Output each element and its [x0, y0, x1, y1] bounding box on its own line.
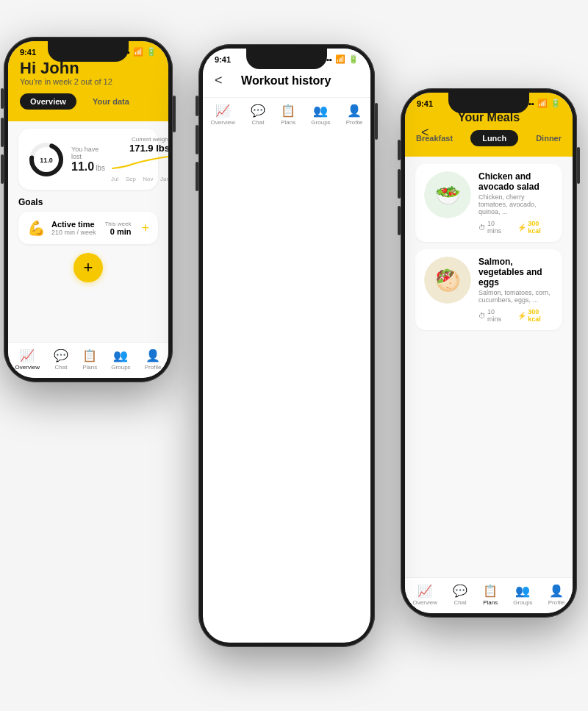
nav-profile[interactable]: 👤 Profile	[145, 349, 162, 371]
tab-breakfast[interactable]: Breakfast	[405, 130, 465, 146]
nav-overview[interactable]: 📈 Overview	[15, 349, 40, 371]
clock-icon-1: ⏱	[478, 312, 486, 320]
chart-labels: Jul Sep Nov Jan	[111, 176, 168, 182]
p3-title: Your Meals	[417, 111, 561, 130]
goal-week-label: This week	[104, 221, 131, 227]
tab-lunch[interactable]: Lunch	[470, 130, 518, 146]
p3-nav-groups-label: Groups	[513, 599, 532, 606]
p2-nav-groups[interactable]: 👥 Groups	[311, 104, 330, 126]
phone2-shell: 9:41 ▪▪▪ 📶 🔋 < Workout history THIS WEEK	[198, 44, 375, 647]
tab-overview[interactable]: Overview	[20, 93, 76, 110]
meal-name-1: Salmon, vegetables and eggs	[478, 257, 553, 287]
p3-nav-overview[interactable]: 📈 Overview	[413, 584, 437, 606]
p2-nav-overview-label: Overview	[211, 119, 235, 126]
meal-kcal-0: ⚡ 300 kcal	[517, 220, 553, 235]
p2-nav-profile-icon: 👤	[347, 104, 362, 118]
nav-plans-icon: 📋	[82, 349, 97, 362]
p3-nav-profile-icon: 👤	[549, 584, 564, 598]
weight-mini-chart	[111, 154, 168, 171]
nav-profile-icon: 👤	[146, 349, 160, 362]
p3-nav-chat[interactable]: 💬 Chat	[453, 584, 467, 606]
p2-nav-profile-label: Profile	[346, 119, 363, 126]
lost-label: You have lost	[71, 146, 105, 160]
nav-chat[interactable]: 💬 Chat	[54, 349, 68, 371]
meal-card-0[interactable]: 🥗 Chicken and avocado salad Chicken, che…	[415, 164, 562, 242]
phone2-screen: 9:41 ▪▪▪ 📶 🔋 < Workout history THIS WEEK	[203, 49, 370, 643]
meal-info-0: Chicken and avocado salad Chicken, cherr…	[478, 171, 553, 235]
phone3-status-icons: ▪▪▪ 📶 🔋	[526, 99, 561, 108]
meal-time-1: ⏱ 10 mins	[478, 308, 510, 323]
phone1-subtitle: You're in week 2 out of 12	[20, 77, 157, 86]
phone2-wifi-icon: 📶	[335, 54, 345, 64]
p3-nav-groups[interactable]: 👥 Groups	[513, 584, 532, 606]
phone3-battery-icon: 🔋	[551, 99, 561, 108]
p3-nav-chat-icon: 💬	[453, 584, 467, 598]
p3-nav-overview-icon: 📈	[417, 584, 432, 598]
phone1-tabs: Overview Your data	[20, 93, 157, 110]
phone1-greeting: Hi John	[20, 60, 157, 77]
meal-emoji-1: 🥙	[424, 257, 471, 304]
power-button	[173, 96, 176, 132]
meal-image-0: 🥗	[424, 171, 471, 218]
p2-nav-plans[interactable]: 📋 Plans	[281, 104, 295, 126]
phone2-header: < Workout history	[203, 67, 370, 97]
meal-meta-0: ⏱ 10 mins ⚡ 300 kcal	[478, 220, 553, 235]
wifi-icon: 📶	[133, 47, 143, 57]
phone3-screen: 9:41 ▪▪▪ 📶 🔋 < Your Meals Breakfast Lunc…	[405, 93, 573, 613]
p3-nav-plans[interactable]: 📋 Plans	[483, 584, 498, 606]
meal-card-1[interactable]: 🥙 Salmon, vegetables and eggs Salmon, to…	[415, 249, 562, 330]
phone2-time: 9:41	[215, 55, 231, 64]
p3-nav-plans-icon: 📋	[483, 584, 498, 598]
phone1-notch	[48, 41, 129, 62]
p3-nav-plans-label: Plans	[483, 599, 498, 606]
p3-nav-profile-label: Profile	[548, 599, 565, 606]
fab-button[interactable]: +	[74, 253, 103, 282]
p2-nav-groups-icon: 👥	[313, 104, 328, 118]
nav-groups-icon: 👥	[113, 349, 128, 362]
clock-icon-0: ⏱	[478, 224, 486, 232]
p3-nav-groups-icon: 👥	[515, 584, 530, 598]
p2-nav-plans-icon: 📋	[281, 104, 295, 118]
goals-label: Goals	[18, 197, 158, 207]
tab-dinner[interactable]: Dinner	[524, 130, 573, 146]
p3-back-button[interactable]: <	[421, 125, 429, 140]
phone2-volume-up-button	[196, 125, 198, 154]
current-weight-label: Current weight	[111, 136, 168, 143]
add-goal-icon[interactable]: +	[141, 221, 149, 236]
phone1-header: Hi John You're in week 2 out of 12 Overv…	[8, 60, 168, 121]
lost-unit: lbs	[96, 164, 105, 172]
phone2-status-icons: ▪▪▪ 📶 🔋	[323, 54, 359, 64]
phone2-battery-icon: 🔋	[348, 54, 359, 64]
p2-nav-overview-icon: 📈	[215, 104, 230, 118]
goal-emoji: 💪	[27, 219, 46, 237]
volume-up-button	[1, 118, 4, 147]
p2-nav-plans-label: Plans	[281, 119, 295, 126]
meal-image-1: 🥙	[424, 257, 471, 304]
phone2-power-button	[375, 103, 378, 140]
phone1-screen: 9:41 ▪▪▪ 📶 🔋 Hi John You're in week 2 ou…	[8, 41, 168, 378]
phone1-body: 11.0 You have lost 11.0 lbs Current weig…	[8, 121, 168, 342]
svg-text:11.0: 11.0	[40, 157, 53, 164]
phone3-nav: 📈 Overview 💬 Chat 📋 Plans 👥 Groups 👤	[405, 577, 573, 613]
p2-nav-chat[interactable]: 💬 Chat	[251, 104, 265, 126]
tab-your-data[interactable]: Your data	[82, 93, 140, 110]
p2-nav-profile[interactable]: 👤 Profile	[346, 104, 363, 126]
phone3-wifi-icon: 📶	[537, 99, 548, 108]
phone3-shell: 9:41 ▪▪▪ 📶 🔋 < Your Meals Breakfast Lunc…	[401, 88, 577, 618]
nav-plans[interactable]: 📋 Plans	[82, 349, 97, 371]
phone2-volume-down-button	[196, 162, 198, 191]
goal-card: 💪 Active time 210 min / week This week 0…	[18, 212, 158, 244]
nav-profile-label: Profile	[145, 364, 162, 371]
goal-info: Active time 210 min / week	[51, 220, 98, 236]
back-button[interactable]: <	[215, 73, 223, 88]
p3-nav-profile[interactable]: 👤 Profile	[548, 584, 565, 606]
meal-kcal-1: ⚡ 300 kcal	[517, 308, 553, 323]
nav-groups-label: Groups	[111, 364, 130, 371]
p2-nav-overview[interactable]: 📈 Overview	[211, 104, 235, 126]
p3-nav-chat-label: Chat	[454, 599, 467, 606]
phone3-header: < Your Meals Breakfast Lunch Dinner	[405, 111, 573, 157]
weight-card: 11.0 You have lost 11.0 lbs Current weig…	[18, 129, 158, 190]
nav-groups[interactable]: 👥 Groups	[111, 349, 130, 371]
mute-button	[1, 88, 4, 109]
phone1-time: 9:41	[20, 48, 36, 57]
